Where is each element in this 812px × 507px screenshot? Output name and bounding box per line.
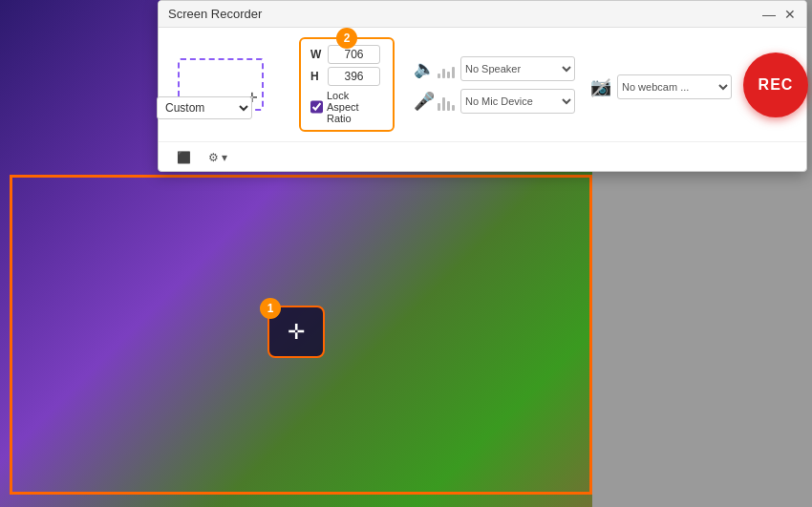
lock-row: Lock Aspect Ratio (310, 90, 383, 124)
screenshot-button[interactable]: ⬛ (173, 149, 195, 166)
mic-select[interactable]: No Mic Device (460, 89, 575, 114)
webcam-select[interactable]: No webcam ... (617, 74, 732, 99)
width-label: W (310, 48, 322, 61)
bar-1 (438, 74, 440, 78)
dimensions-box: 2 W H Lock Aspect Ratio (299, 37, 395, 132)
move-handle[interactable]: 1 ✛ (267, 306, 325, 358)
settings-button[interactable]: ⚙ ▾ (204, 149, 231, 166)
recorder-panel: Screen Recorder — ✕ ✛ 2 W (158, 0, 807, 172)
settings-icon: ⚙ (208, 151, 219, 164)
height-input[interactable] (328, 67, 380, 86)
speaker-row: 🔈 No Speaker (414, 56, 575, 81)
move-cursor-icon: ✛ (288, 320, 305, 345)
panel-main: ✛ 2 W H Lock Aspect Ratio (159, 28, 806, 141)
mic-icon-group: 🎤 (414, 91, 455, 112)
height-row: H (310, 67, 383, 86)
bar-3 (447, 72, 450, 78)
rec-section: REC (743, 37, 808, 132)
settings-chevron: ▾ (222, 151, 227, 164)
badge-1: 1 (260, 298, 281, 319)
screenshot-icon: ⬛ (177, 151, 191, 164)
height-label: H (310, 70, 322, 83)
lock-aspect-checkbox[interactable] (310, 100, 323, 114)
speaker-select[interactable]: No Speaker (460, 56, 575, 81)
preset-section: Custom Full Screen 1920×1080 1280×720 64… (157, 96, 252, 119)
webcam-section: 📷 No webcam ... (590, 71, 732, 99)
width-input[interactable] (328, 45, 380, 64)
webcam-icon: 📷 (590, 76, 611, 97)
audio-controls: 🔈 No Speaker 🎤 (414, 56, 575, 114)
badge-2: 2 (336, 28, 357, 49)
close-button[interactable]: ✕ (783, 8, 797, 21)
bar-2 (442, 97, 445, 111)
speaker-icon: 🔈 (414, 58, 435, 79)
rec-label: REC (759, 76, 794, 94)
bar-4 (452, 105, 455, 111)
window-controls: — ✕ (762, 8, 797, 21)
bar-4 (452, 67, 455, 78)
panel-footer: ⬛ ⚙ ▾ (159, 141, 806, 172)
bar-3 (447, 101, 450, 111)
app-title: Screen Recorder (168, 7, 262, 21)
mic-bars (438, 92, 455, 111)
lock-aspect-label[interactable]: Lock Aspect Ratio (327, 90, 383, 124)
speaker-bars (438, 59, 455, 78)
minimize-button[interactable]: — (762, 8, 776, 21)
bar-1 (438, 103, 440, 111)
mic-row: 🎤 No Mic Device (414, 89, 575, 114)
speaker-icon-group: 🔈 (414, 58, 455, 79)
preset-dropdown[interactable]: Custom Full Screen 1920×1080 1280×720 64… (157, 96, 252, 119)
bar-2 (442, 69, 445, 78)
mic-icon: 🎤 (414, 91, 435, 112)
panel-body: ✛ 2 W H Lock Aspect Ratio (159, 28, 806, 169)
title-bar: Screen Recorder — ✕ (159, 1, 806, 28)
rec-button[interactable]: REC (743, 53, 808, 117)
webcam-row: 📷 No webcam ... (590, 74, 732, 99)
